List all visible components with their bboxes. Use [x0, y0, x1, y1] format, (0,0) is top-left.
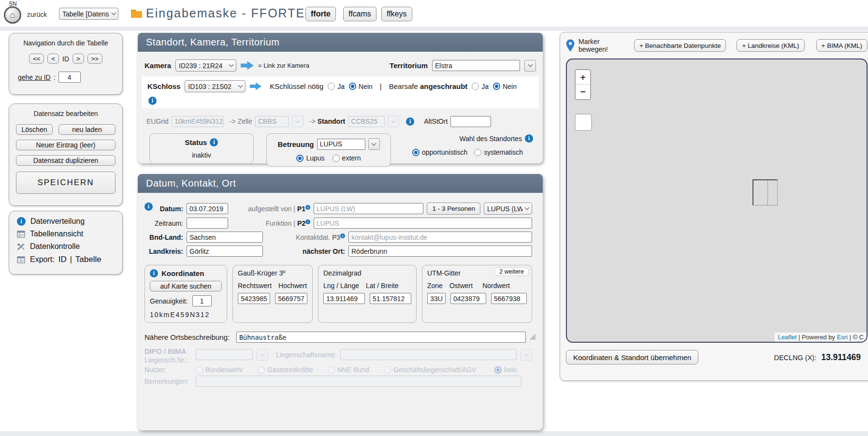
first-record-button[interactable]: << — [29, 54, 44, 64]
app-tab-ffkeys[interactable]: ffkeys — [381, 7, 412, 21]
kschluessel-ja-radio[interactable] — [328, 83, 335, 90]
utm-nordwert-input[interactable]: 5667938 — [491, 293, 527, 304]
p1-input[interactable]: LUPUS (LW) — [314, 203, 423, 214]
bndland-input[interactable]: Sachsen — [187, 232, 263, 243]
eugrid-label: EUGrid — [146, 117, 169, 125]
datenpunkte-button[interactable]: + Benachbarte Datenpunkte — [634, 39, 726, 52]
table-select[interactable]: Tabelle [Datens — [59, 8, 118, 20]
utm-col2: Ostwert — [449, 282, 473, 290]
link-export: Export: ID | Tabelle — [17, 255, 115, 264]
landkreis-input[interactable]: Görlitz — [187, 246, 263, 257]
info-icon: i — [17, 217, 26, 226]
betreuung-dropdown-button[interactable] — [368, 138, 380, 150]
koordinaten-info-icon[interactable]: i — [150, 269, 158, 277]
weitere-button[interactable]: 2 weitere — [494, 267, 529, 276]
app-tab-ffcams[interactable]: ffcams — [343, 7, 376, 21]
last-record-button[interactable]: >> — [87, 54, 102, 64]
kschloss-link-arrow-icon[interactable] — [250, 82, 261, 90]
ort-naechster-input[interactable]: Röderbrunn — [348, 246, 532, 257]
kamera-select[interactable]: ID239 : 21R24 — [175, 59, 236, 72]
utm-ostwert-input[interactable]: 0423879 — [450, 293, 486, 304]
kschluessel-nein-radio[interactable] — [349, 83, 356, 90]
save-button[interactable]: SPEICHERN — [16, 172, 116, 194]
altstort-input[interactable] — [450, 116, 491, 127]
next-record-button[interactable]: > — [72, 54, 84, 64]
betreuung-input[interactable]: LUPUS — [317, 139, 365, 150]
app-tab-fforte[interactable]: fforte — [305, 7, 336, 21]
ortsbeschreibung-input[interactable]: Bühnaustraße — [236, 332, 526, 343]
radio-label: Bundeswehr — [205, 366, 243, 374]
status-info-icon[interactable]: i — [210, 138, 218, 146]
new-entry-button[interactable]: Neuer Eintrag (leer) — [16, 140, 116, 150]
record-box-title: Datensatz bearbeiten — [16, 110, 116, 117]
resize-handle-icon[interactable] — [530, 334, 536, 340]
back-link[interactable]: zurück — [27, 11, 47, 18]
status-box: Statusi inaktiv — [149, 133, 254, 164]
map-area[interactable]: + − Leaflet | Powered by Esri | © C — [566, 58, 868, 343]
wahl-opportunistisch-radio[interactable] — [412, 149, 420, 156]
home-button[interactable]: ⌂ — [4, 6, 21, 24]
kamera-label: Kamera — [145, 61, 171, 70]
reload-button[interactable]: neu laden — [58, 124, 116, 135]
kschloss-select-value: ID103 : 21S02 — [188, 83, 231, 90]
genauigkeit-input[interactable]: 1 — [192, 295, 212, 306]
prev-record-button[interactable]: < — [47, 54, 59, 64]
radio-label: Nein — [359, 83, 373, 90]
map-layers-control[interactable] — [575, 114, 592, 131]
landkreise-kml-button[interactable]: + Landkreise (KML) — [737, 39, 804, 52]
goto-id-input[interactable]: 4 — [58, 72, 81, 83]
bearsafe-ja-radio[interactable] — [472, 83, 479, 90]
zelle-label: -> Zelle — [230, 117, 252, 125]
p3-input[interactable]: kontakt@lupus-institut.de — [348, 232, 532, 243]
leaflet-link[interactable]: Leaflet — [778, 334, 796, 341]
datum-info-icon[interactable]: i — [145, 203, 153, 211]
export-id-link[interactable]: ID — [58, 255, 67, 264]
p1-select[interactable]: LUPUS (LW — [484, 203, 532, 215]
standort-label: -> Standort — [309, 117, 345, 125]
goto-id-link[interactable]: gehe zu ID — [18, 73, 51, 81]
dez-col2: Lat / Breite — [366, 282, 399, 290]
p2-input[interactable]: LUPUS — [314, 218, 532, 229]
utm-zone-input[interactable]: 33U — [427, 293, 446, 304]
page-title: Eingabemaske - FFORTE — [146, 6, 305, 20]
info-superscript-icon: i — [305, 219, 310, 224]
link-tabellenansicht[interactable]: Tabellenansicht — [17, 230, 115, 238]
rechtswert-input[interactable]: 5423985 — [238, 293, 270, 304]
wahl-info-icon[interactable]: i — [525, 134, 533, 143]
esri-link[interactable]: Esri — [837, 334, 847, 341]
export-table-link[interactable]: Tabelle — [75, 255, 101, 264]
info-superscript-icon: i — [340, 233, 345, 238]
lat-input[interactable]: 51.157812 — [370, 293, 411, 304]
personen-button[interactable]: 1 - 3 Personen — [427, 203, 480, 215]
table-navigation-box: Navigation durch die Tabelle << < ID > >… — [9, 33, 123, 95]
betreuung-extern-radio[interactable] — [333, 155, 340, 162]
duplicate-button[interactable]: Datensatz duplizieren — [16, 155, 116, 166]
panel2-title: Datum, Kontakt, Ort — [138, 174, 543, 193]
betreuung-lupus-radio[interactable] — [296, 155, 304, 162]
tools-icon — [17, 243, 25, 250]
zoom-in-button[interactable]: + — [576, 70, 590, 85]
bearsafe-nein-radio[interactable] — [493, 83, 500, 90]
link-datenkontrolle[interactable]: Datenkontrolle — [17, 242, 115, 251]
territorium-dropdown-button[interactable] — [524, 60, 536, 72]
kschloss-select[interactable]: ID103 : 21S02 — [185, 80, 246, 92]
link-datenverteilung[interactable]: i Datenverteilung — [17, 217, 115, 226]
standort-info-icon[interactable]: i — [406, 117, 414, 126]
info-superscript-icon: i — [305, 205, 310, 210]
wahl-systematisch-radio[interactable] — [474, 149, 481, 156]
apply-coordinates-button[interactable]: Koordinaten & Standort übernehmen — [566, 350, 698, 364]
zoom-out-button[interactable]: − — [576, 85, 590, 99]
lng-input[interactable]: 13.911469 — [323, 293, 365, 304]
datum-input[interactable]: 03.07.2019 — [187, 203, 228, 214]
zeitraum-input[interactable] — [187, 218, 228, 229]
zeitraum-label: Zeitraum: — [145, 219, 183, 227]
kschloss-info-icon[interactable]: i — [148, 97, 157, 105]
hochwert-input[interactable]: 5669757 — [275, 293, 307, 304]
liegenschaftsname-input — [340, 349, 517, 360]
bima-kml-button[interactable]: + BIMA (KML) — [816, 39, 868, 52]
wahl-label: Wahl des Standortes — [460, 135, 522, 143]
delete-button[interactable]: Löschen — [16, 124, 53, 135]
camera-link-arrow-icon[interactable] — [241, 61, 254, 70]
territorium-input[interactable]: Elstra — [432, 60, 520, 71]
karte-suchen-button[interactable]: auf Karte suchen — [150, 281, 222, 291]
